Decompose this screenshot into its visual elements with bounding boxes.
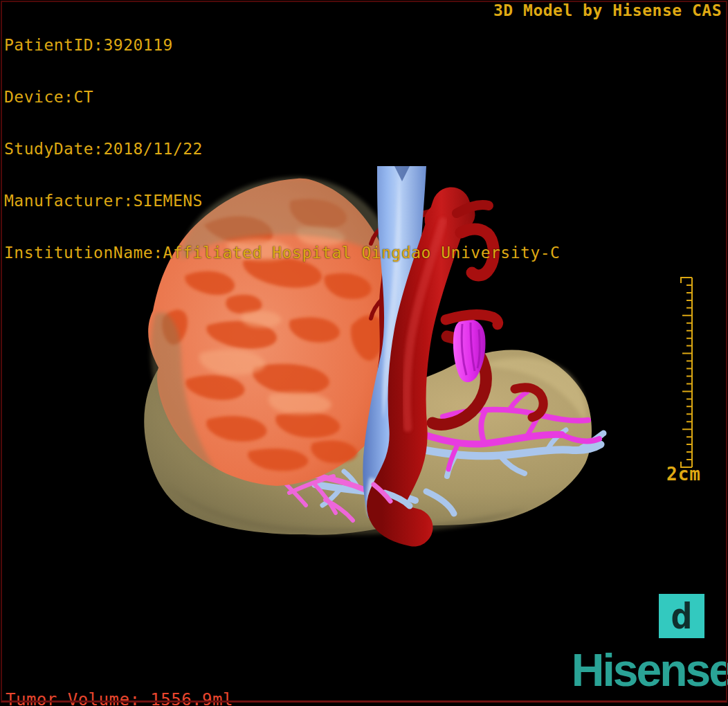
- hisense-logo: Hisense: [572, 644, 728, 696]
- d-badge-letter: d: [671, 598, 692, 634]
- tumor-volume-text: Tumor Volume: 1556.9ml: [6, 691, 233, 706]
- d-badge-logo: d: [659, 594, 704, 638]
- device-line: Device:CT: [4, 89, 560, 106]
- render-viewport: PatientID:3920119 Device:CT StudyDate:20…: [0, 0, 728, 706]
- study-date-line: StudyDate:2018/11/22: [4, 141, 560, 158]
- patient-info-overlay: PatientID:3920119 Device:CT StudyDate:20…: [4, 2, 560, 296]
- scale-ruler: [656, 271, 704, 482]
- viewer-title: 3D Model by Hisense CAS: [493, 2, 722, 19]
- ruler-ticks: [681, 278, 692, 467]
- volume-readout: Tumor Volume: 1556.9ml Liver Volume: 277…: [6, 655, 233, 706]
- manufacturer-line: Manufacturer:SIEMENS: [4, 192, 560, 210]
- patient-id-line: PatientID:3920119: [4, 37, 560, 54]
- scale-label: 2cm: [666, 464, 701, 485]
- institution-line: InstitutionName:Affiliated Hospital Qing…: [4, 244, 560, 262]
